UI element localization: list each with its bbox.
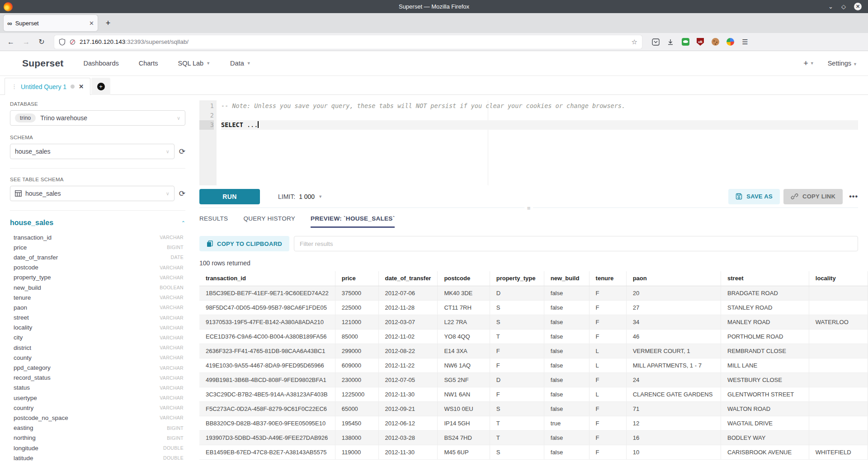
- column-header-locality[interactable]: locality: [809, 271, 868, 286]
- column-type: VARCHAR: [160, 415, 184, 420]
- limit-value[interactable]: 1 000: [299, 193, 315, 200]
- schema-column-postcode_no_space[interactable]: postcode_no_spaceVARCHAR: [10, 413, 185, 423]
- schema-column-city[interactable]: cityVARCHAR: [10, 333, 185, 343]
- tab-preview-house-sales[interactable]: PREVIEW: `HOUSE_SALES`: [311, 215, 395, 228]
- schema-column-longitude[interactable]: longitudeDOUBLE: [10, 443, 185, 453]
- schema-column-ppd_category[interactable]: ppd_categoryVARCHAR: [10, 363, 185, 372]
- schema-column-district[interactable]: districtVARCHAR: [10, 343, 185, 353]
- table-cell: 12: [626, 416, 721, 430]
- save-as-button[interactable]: SAVE AS: [728, 189, 780, 204]
- results-tab-bar: RESULTS QUERY HISTORY PREVIEW: `HOUSE_SA…: [199, 215, 858, 228]
- table-cell: F: [589, 372, 626, 387]
- tab-close-icon[interactable]: ✕: [89, 20, 94, 27]
- schema-select[interactable]: house_sales ∨: [10, 144, 175, 159]
- nav-charts[interactable]: Charts: [139, 60, 158, 67]
- table-select[interactable]: house_sales ∨: [10, 186, 175, 201]
- table-cell: F: [589, 315, 626, 329]
- column-header-property_type[interactable]: property_type: [490, 271, 544, 286]
- column-header-tenure[interactable]: tenure: [589, 271, 626, 286]
- results-table: transaction_idpricedate_of_transferpostc…: [199, 271, 868, 460]
- table-cell: false: [544, 372, 589, 387]
- more-actions-button[interactable]: •••: [849, 193, 858, 201]
- drag-handle-icon[interactable]: ⋮: [11, 83, 17, 90]
- column-header-paon[interactable]: paon: [626, 271, 721, 286]
- schema-column-new_build[interactable]: new_buildBOOLEAN: [10, 283, 185, 292]
- collapse-chevron-up-icon[interactable]: ⌃: [181, 220, 185, 226]
- column-type: VARCHAR: [160, 305, 184, 310]
- tracking-protection-icon[interactable]: [69, 38, 76, 46]
- extension-ghostery-icon[interactable]: [681, 38, 690, 47]
- nav-dashboards[interactable]: Dashboards: [84, 60, 119, 67]
- column-type: DOUBLE: [163, 445, 184, 451]
- limit-chevron-down-icon[interactable]: ▼: [318, 194, 322, 199]
- schema-column-price[interactable]: priceBIGINT: [10, 242, 185, 252]
- refresh-schema-icon[interactable]: ⟳: [179, 148, 185, 155]
- schema-column-tenure[interactable]: tenureVARCHAR: [10, 292, 185, 302]
- new-tab-button[interactable]: +: [101, 16, 115, 30]
- nav-sql-lab[interactable]: SQL Lab▼: [178, 60, 210, 67]
- copy-link-button[interactable]: COPY LINK: [783, 189, 843, 204]
- table-cell: EB1459EB-67ED-47C8-B2E7-A38143AB5575: [199, 445, 335, 459]
- settings-menu[interactable]: Settings ▼: [828, 60, 857, 67]
- downloads-icon[interactable]: [666, 38, 675, 47]
- refresh-table-icon[interactable]: ⟳: [179, 190, 185, 198]
- schema-column-postcode[interactable]: postcodeVARCHAR: [10, 263, 185, 273]
- query-tab-close-icon[interactable]: ✕: [79, 83, 84, 90]
- column-header-transaction_id[interactable]: transaction_id: [199, 271, 335, 286]
- schema-column-paon[interactable]: paonVARCHAR: [10, 302, 185, 312]
- add-query-tab-button[interactable]: +: [91, 78, 110, 95]
- browser-tab[interactable]: ∞ Superset ✕: [4, 15, 98, 31]
- superset-logo[interactable]: ∞ Superset: [6, 58, 64, 69]
- pane-resize-handle[interactable]: ≡: [524, 206, 533, 211]
- sql-editor[interactable]: 1 2 3 -- Note: Unless you save your quer…: [199, 100, 858, 185]
- tab-results[interactable]: RESULTS: [199, 215, 228, 228]
- database-select[interactable]: trino Trino warehouse ∨: [10, 110, 185, 126]
- forward-button[interactable]: →: [20, 36, 33, 48]
- run-button[interactable]: RUN: [199, 189, 260, 204]
- schema-column-county[interactable]: countyVARCHAR: [10, 353, 185, 363]
- schema-column-country[interactable]: countryVARCHAR: [10, 403, 185, 413]
- table-cell: [809, 358, 868, 372]
- column-header-new_build[interactable]: new_build: [544, 271, 589, 286]
- column-header-street[interactable]: street: [721, 271, 809, 286]
- back-button[interactable]: ←: [5, 36, 17, 48]
- reload-button[interactable]: ↻: [35, 36, 48, 48]
- nav-data[interactable]: Data▼: [230, 60, 251, 67]
- schema-column-easting[interactable]: eastingBIGINT: [10, 423, 185, 433]
- query-tab-untitled-query-1[interactable]: ⋮ Untitled Query 1 ✕: [5, 78, 90, 95]
- shield-icon[interactable]: [59, 38, 66, 46]
- schema-column-usertype[interactable]: usertypeVARCHAR: [10, 393, 185, 403]
- link-icon: [791, 193, 798, 200]
- column-header-postcode[interactable]: postcode: [438, 271, 490, 286]
- column-header-price[interactable]: price: [335, 271, 378, 286]
- extension-cookie-icon[interactable]: [711, 38, 720, 47]
- filter-results-input[interactable]: [294, 236, 858, 251]
- schema-column-locality[interactable]: localityVARCHAR: [10, 323, 185, 333]
- copy-to-clipboard-button[interactable]: COPY TO CLIPBOARD: [199, 236, 289, 251]
- table-row: 499B1981-3B6B-4BCD-808F-9FED9802BFA12300…: [199, 372, 868, 387]
- table-row: 419E1030-9A55-4467-8DA9-9FED95D659666090…: [199, 358, 868, 372]
- url-bar[interactable]: 217.160.120.143:32393/superset/sqllab/ ☆: [54, 35, 642, 49]
- bookmark-star-icon[interactable]: ☆: [632, 38, 637, 46]
- add-new-button[interactable]: +▼: [803, 59, 814, 68]
- schema-column-transaction_id[interactable]: transaction_idVARCHAR: [10, 232, 185, 242]
- tab-query-history[interactable]: QUERY HISTORY: [243, 215, 295, 228]
- extension-ublock-icon[interactable]: uB: [696, 38, 705, 47]
- pocket-save-icon[interactable]: [651, 38, 660, 47]
- schema-column-northing[interactable]: northingBIGINT: [10, 433, 185, 443]
- schema-column-street[interactable]: streetVARCHAR: [10, 313, 185, 323]
- column-header-date_of_transfer[interactable]: date_of_transfer: [378, 271, 438, 286]
- schema-column-property_type[interactable]: property_typeVARCHAR: [10, 273, 185, 283]
- column-name: record_status: [14, 374, 51, 381]
- schema-column-latitude[interactable]: latitudeDOUBLE: [10, 453, 185, 463]
- table-cell: 2012-07-05: [378, 372, 438, 387]
- extension-pinwheel-icon[interactable]: [726, 38, 735, 47]
- schema-column-record_status[interactable]: record_statusVARCHAR: [10, 373, 185, 383]
- table-cell: S: [490, 401, 544, 416]
- table-schema-title[interactable]: house_sales: [10, 219, 53, 227]
- table-cell: T: [490, 430, 544, 445]
- table-cell: L: [589, 344, 626, 358]
- schema-column-date_of_transfer[interactable]: date_of_transferDATE: [10, 252, 185, 262]
- schema-column-status[interactable]: statusVARCHAR: [10, 383, 185, 393]
- menu-hamburger-icon[interactable]: ☰: [741, 38, 750, 47]
